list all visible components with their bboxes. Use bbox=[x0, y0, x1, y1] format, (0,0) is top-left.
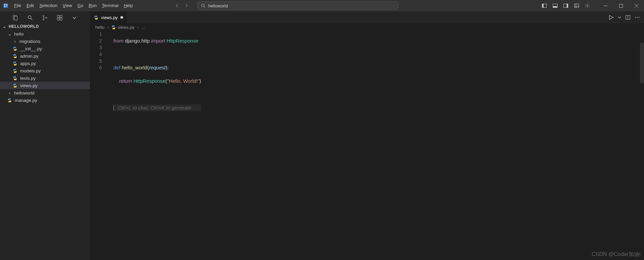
file-tree: ⌄hello›migrations__init__.pyadmin.pyapps… bbox=[0, 30, 90, 104]
source-control-icon[interactable] bbox=[42, 14, 48, 21]
menu-run[interactable]: Run bbox=[86, 0, 99, 11]
file-tests.py[interactable]: tests.py bbox=[0, 74, 90, 82]
menu-edit[interactable]: Edit bbox=[24, 0, 37, 11]
tab-actions bbox=[608, 11, 644, 23]
file-admin.py[interactable]: admin.py bbox=[0, 52, 90, 60]
svg-rect-8 bbox=[575, 4, 579, 8]
tree-label: helloworld bbox=[14, 90, 35, 95]
file-__init__.py[interactable]: __init__.py bbox=[0, 45, 90, 52]
svg-point-14 bbox=[43, 15, 44, 17]
file-models.py[interactable]: models.py bbox=[0, 67, 90, 74]
line-number: 2 bbox=[90, 38, 102, 44]
tabbar: views.py bbox=[90, 11, 644, 23]
chevron-right-icon: › bbox=[13, 39, 17, 44]
tree-label: __init__.py bbox=[20, 46, 42, 51]
chevron-right-icon: › bbox=[137, 25, 139, 30]
workspace: ⌄ HELLOWORLD ⌄hello›migrations__init__.p… bbox=[0, 11, 644, 260]
svg-point-13 bbox=[28, 16, 31, 19]
chevron-down-icon: ⌄ bbox=[7, 31, 12, 37]
search-sidebar-icon[interactable] bbox=[27, 14, 34, 21]
split-editor-icon[interactable] bbox=[625, 15, 631, 20]
file-apps.py[interactable]: apps.py bbox=[0, 60, 90, 67]
titlebar: File Edit Selection View Go Run Terminal… bbox=[0, 0, 644, 11]
minimize-button[interactable] bbox=[598, 0, 613, 11]
text-cursor bbox=[113, 105, 114, 111]
tree-label: hello bbox=[14, 31, 24, 37]
chevron-right-icon: › bbox=[107, 25, 108, 30]
svg-rect-5 bbox=[553, 6, 557, 8]
folder-migrations[interactable]: ›migrations bbox=[0, 38, 90, 45]
breadcrumb-part[interactable]: hello bbox=[95, 25, 104, 30]
settings-gear-icon[interactable] bbox=[584, 2, 591, 9]
file-manage.py[interactable]: manage.py bbox=[0, 96, 90, 104]
tree-label: models.py bbox=[20, 68, 41, 73]
tab-views-py[interactable]: views.py bbox=[90, 11, 127, 23]
search-icon bbox=[201, 3, 206, 8]
svg-rect-19 bbox=[60, 18, 62, 20]
toggle-panel-icon[interactable] bbox=[551, 2, 559, 9]
run-button-icon[interactable] bbox=[608, 15, 614, 20]
search-input[interactable]: helloworld bbox=[197, 1, 398, 10]
titlebar-right bbox=[541, 0, 644, 11]
layout-icons bbox=[541, 2, 591, 9]
tree-label: admin.py bbox=[20, 54, 39, 59]
svg-rect-17 bbox=[57, 15, 59, 17]
breadcrumb-part[interactable]: views.py bbox=[111, 25, 135, 30]
svg-point-23 bbox=[637, 17, 638, 18]
window-controls bbox=[598, 0, 644, 11]
breadcrumb[interactable]: hello › views.py › ... bbox=[90, 23, 644, 31]
menu-go[interactable]: Go bbox=[75, 0, 86, 11]
svg-rect-7 bbox=[567, 4, 568, 8]
toggle-secondary-sidebar-icon[interactable] bbox=[562, 2, 570, 9]
extensions-icon[interactable] bbox=[56, 14, 63, 21]
chevron-down-icon: ⌄ bbox=[2, 24, 7, 29]
svg-point-16 bbox=[46, 17, 47, 18]
editor-body[interactable]: 123456 from django.http import HttpRespo… bbox=[90, 31, 644, 260]
scrollbar[interactable] bbox=[640, 43, 644, 83]
python-icon bbox=[111, 25, 116, 29]
chevron-down-icon[interactable] bbox=[71, 14, 78, 21]
python-icon bbox=[13, 54, 18, 58]
new-file-icon[interactable] bbox=[12, 14, 19, 21]
menubar: File Edit Selection View Go Run Terminal… bbox=[11, 0, 136, 11]
python-icon bbox=[13, 69, 18, 73]
close-button[interactable] bbox=[629, 0, 644, 11]
sidebar: ⌄ HELLOWORLD ⌄hello›migrations__init__.p… bbox=[0, 11, 90, 260]
run-dropdown-icon[interactable] bbox=[618, 16, 621, 19]
line-number: 3 bbox=[90, 44, 102, 51]
menu-view[interactable]: View bbox=[60, 0, 75, 11]
app-icon bbox=[0, 0, 11, 11]
customize-layout-icon[interactable] bbox=[573, 2, 580, 9]
toggle-primary-sidebar-icon[interactable] bbox=[541, 2, 548, 9]
svg-point-1 bbox=[202, 4, 204, 7]
nav-back-icon[interactable] bbox=[172, 1, 182, 10]
nav-forward-icon[interactable] bbox=[182, 1, 191, 10]
python-icon bbox=[13, 83, 18, 88]
tree-label: migrations bbox=[19, 39, 40, 44]
chevron-right-icon: › bbox=[7, 90, 12, 95]
maximize-button[interactable] bbox=[613, 0, 629, 11]
python-icon bbox=[13, 61, 18, 66]
project-name: HELLOWORLD bbox=[9, 24, 39, 29]
folder-hello[interactable]: ⌄hello bbox=[0, 30, 90, 38]
file-views.py[interactable]: views.py bbox=[0, 82, 90, 89]
menu-file[interactable]: File bbox=[11, 0, 24, 11]
nav-arrows bbox=[172, 1, 191, 10]
menu-selection[interactable]: Selection bbox=[37, 0, 60, 11]
more-actions-icon[interactable] bbox=[635, 15, 640, 20]
menu-file-label: ile bbox=[17, 3, 21, 8]
svg-point-22 bbox=[635, 17, 636, 18]
search-text: helloworld bbox=[208, 3, 228, 8]
search-wrap: helloworld bbox=[197, 1, 398, 10]
tab-label: views.py bbox=[101, 15, 118, 20]
folder-helloworld[interactable]: ›helloworld bbox=[0, 89, 90, 96]
explorer-title[interactable]: ⌄ HELLOWORLD bbox=[0, 23, 90, 30]
line-number: 1 bbox=[90, 31, 102, 38]
tree-label: apps.py bbox=[20, 61, 36, 66]
menu-terminal[interactable]: Terminal bbox=[99, 0, 121, 11]
breadcrumb-part[interactable]: ... bbox=[141, 25, 145, 30]
menu-help[interactable]: Help bbox=[121, 0, 136, 11]
python-icon bbox=[94, 15, 98, 20]
editor-area: views.py hello › views.py › ... 123456 f… bbox=[90, 11, 644, 260]
code-content[interactable]: from django.http import HttpResponse def… bbox=[113, 31, 201, 125]
